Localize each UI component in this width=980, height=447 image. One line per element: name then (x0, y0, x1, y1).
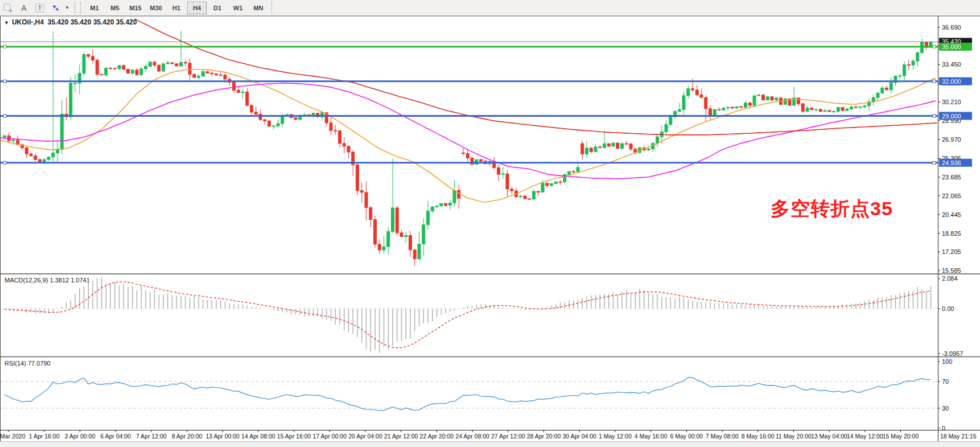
macd-tick-label: -3.0957 (942, 350, 963, 357)
time-tick-label: 13 Apr 00:00 (205, 433, 240, 440)
time-tick-label: 14 Apr 08:00 (241, 433, 275, 440)
macd-histogram (5, 277, 931, 353)
time-tick-label: 21 Apr 12:00 (384, 433, 418, 440)
time-tick-label: 13 May 04:00 (811, 433, 847, 440)
price-tick-label: 17.205 (942, 248, 961, 255)
chart-canvas[interactable]: 36.69035.07033.45031.83030.21028.59026.9… (0, 16, 980, 447)
rsi-indicator-value: 77.0790 (28, 360, 51, 367)
arrows-tool-icon[interactable] (48, 2, 63, 14)
rsi-label-row: RSI(14) 77.0790 (5, 360, 51, 367)
price-tick-label: 36.690 (942, 24, 961, 31)
main-chart-pane[interactable] (0, 19, 938, 266)
timeframe-button-w1[interactable]: W1 (228, 2, 248, 14)
timeframe-button-h4[interactable]: H4 (187, 2, 207, 14)
macd-tick-label: 0.00 (942, 305, 954, 312)
timeframe-toolbar: M1M5M15M30H1H4D1W1MN (84, 2, 269, 14)
time-tick-label: 7 Apr 12:00 (136, 433, 167, 440)
mt4-window: { "toolbar": { "tools": [ {"name": "fibo… (0, 0, 980, 447)
time-tick-label: 31 Mar 2020 (0, 433, 26, 440)
price-axis[interactable]: 36.69035.07033.45031.83030.21028.59026.9… (938, 24, 972, 432)
line-handle-icon[interactable] (3, 161, 6, 164)
time-tick-label: 15 Apr 16:00 (277, 433, 311, 440)
chart-title-row: ▼UKOil-,H4 35.420 35.420 35.420 35.420 (4, 18, 137, 26)
line-handle-icon[interactable] (3, 114, 6, 117)
ma-red-line (135, 19, 937, 135)
price-tick-label: 23.685 (942, 174, 961, 181)
price-line-label: 24.936 (942, 159, 961, 166)
ma-orange-line (0, 69, 936, 203)
timeframe-button-mn[interactable]: MN (249, 2, 268, 14)
rsi-tick-label: 70 (942, 378, 949, 385)
rsi-tick-label: 30 (942, 405, 949, 412)
price-tick-label: 33.450 (942, 61, 961, 68)
toolbar-separator-2 (271, 2, 273, 14)
chart-text-annotation[interactable]: 多空转折点35 (771, 196, 893, 222)
line-handle-icon[interactable] (3, 46, 6, 48)
timeframe-button-d1[interactable]: D1 (208, 2, 227, 14)
line-handle-icon[interactable] (3, 80, 6, 83)
time-tick-label: 14 May 12:00 (847, 433, 883, 440)
toolbar-separator (80, 2, 81, 14)
macd-label-row: MACD(12,26,9) 1.3812 1.0741 (5, 277, 90, 284)
time-tick-label: 4 May 16:00 (635, 433, 668, 440)
rsi-tick-label: 100 (942, 358, 952, 365)
text-label-tool-icon[interactable]: T (32, 2, 47, 14)
line-handle-icon[interactable] (933, 80, 936, 83)
time-tick-label: 8 May 16:00 (742, 433, 775, 440)
svg-text:T: T (38, 5, 42, 11)
candlesticks (3, 31, 933, 266)
macd-indicator-name: MACD(12,26,9) (5, 277, 48, 284)
time-tick-label: 24 Apr 08:00 (455, 433, 489, 440)
line-handle-icon[interactable] (933, 161, 936, 164)
time-tick-label: 20 Apr 04:00 (348, 433, 382, 440)
time-tick-label: 27 Apr 12:00 (491, 433, 525, 440)
symbol-dropdown-icon[interactable]: ▼ (4, 20, 9, 26)
fibonacci-tool-icon[interactable]: F (1, 2, 15, 14)
time-tick-label: 7 May 08:00 (706, 433, 739, 440)
rsi-indicator-name: RSI(14) (5, 360, 26, 367)
time-tick-label: 3 Apr 00:00 (65, 433, 96, 440)
time-tick-label: 11 May 20:00 (776, 433, 812, 440)
time-tick-label: 18 May 21:15 (940, 433, 977, 440)
timeframe-button-h1[interactable]: H1 (167, 2, 186, 14)
macd-pane[interactable] (0, 277, 938, 353)
time-tick-label: 17 Apr 00:00 (313, 433, 347, 440)
price-tick-label: 22.065 (942, 192, 961, 199)
time-tick-label: 15 May 20:00 (883, 433, 919, 440)
time-tick-label: 28 Apr 20:00 (527, 433, 561, 440)
time-tick-label: 1 Apr 16:00 (29, 433, 60, 440)
chart-ohlc-values: 35.420 35.420 35.420 35.420 (48, 18, 137, 26)
timeframe-button-m30[interactable]: M30 (146, 2, 166, 14)
timeframe-button-m15[interactable]: M15 (126, 2, 145, 14)
text-tool-icon[interactable]: A (17, 2, 31, 14)
line-handle-icon[interactable] (933, 114, 936, 117)
price-tick-label: 26.970 (942, 136, 961, 143)
arrows-dropdown-caret-icon[interactable]: ▼ (64, 2, 70, 14)
time-tick-label: 6 May 00:00 (670, 433, 703, 440)
price-line-label: 29.000 (942, 113, 961, 120)
time-tick-label: 22 Apr 20:00 (420, 433, 454, 440)
rsi-pane[interactable] (0, 378, 938, 411)
timeframe-button-m1[interactable]: M1 (85, 2, 104, 14)
toolbar: F A T ▼ M1M5M15M30H1H4D1W1MN (0, 0, 980, 16)
price-line-label: 32.000 (942, 78, 961, 85)
rsi-line (5, 378, 931, 411)
line-handle-icon[interactable] (933, 46, 936, 48)
price-line-label: 35.000 (942, 43, 961, 50)
time-axis[interactable]: 31 Mar 20201 Apr 16:003 Apr 00:006 Apr 0… (0, 430, 977, 440)
macd-signal-line (5, 282, 931, 348)
time-tick-label: 1 May 12:00 (599, 433, 632, 440)
price-tick-label: 20.445 (942, 211, 961, 218)
timeframe-button-m5[interactable]: M5 (105, 2, 125, 14)
rsi-tick-label: 0 (942, 425, 945, 432)
price-tick-label: 30.210 (942, 99, 961, 105)
svg-text:F: F (10, 9, 12, 13)
macd-tick-label: 2.084 (942, 275, 958, 282)
chart-area[interactable]: 36.69035.07033.45031.83030.21028.59026.9… (0, 16, 980, 447)
toolbar-grip[interactable] (74, 2, 76, 14)
time-tick-label: 6 Apr 04:00 (100, 433, 131, 440)
time-tick-label: 30 Apr 04:00 (562, 433, 596, 440)
macd-indicator-values: 1.3812 1.0741 (50, 277, 89, 284)
time-tick-label: 8 Apr 20:00 (172, 433, 203, 440)
price-tick-label: 18.825 (942, 230, 961, 237)
